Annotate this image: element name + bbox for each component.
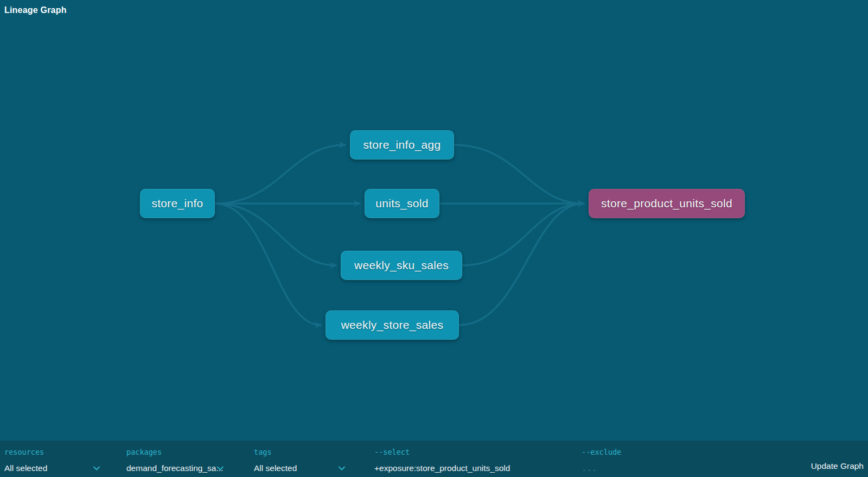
filter-select-label: --select bbox=[374, 448, 410, 456]
page-title: Lineage Graph bbox=[4, 5, 67, 15]
lineage-canvas[interactable]: Lineage Graph store_infostore_info_aggun… bbox=[0, 0, 868, 441]
graph-node-weekly_sku_sales[interactable]: weekly_sku_sales bbox=[341, 251, 462, 280]
node-label: weekly_store_sales bbox=[341, 319, 444, 332]
graph-node-weekly_store_sales[interactable]: weekly_store_sales bbox=[326, 310, 459, 340]
filter-exclude-label: --exclude bbox=[582, 448, 621, 456]
update-graph-button[interactable]: Update Graph bbox=[811, 461, 864, 471]
graph-node-units_sold[interactable]: units_sold bbox=[365, 189, 439, 218]
filter-exclude-input[interactable]: ... bbox=[582, 462, 701, 474]
filter-exclude-value: ... bbox=[582, 463, 597, 473]
node-label: store_info bbox=[151, 197, 203, 210]
lineage-edges bbox=[0, 0, 868, 441]
filter-resources-dropdown[interactable]: All selected bbox=[4, 462, 101, 474]
filter-packages-dropdown[interactable]: demand_forecasting_sa... bbox=[126, 462, 225, 474]
toolbar: resourcesAll selectedpackagesdemand_fore… bbox=[0, 441, 868, 477]
edge-store_info-to-weekly_sku_sales bbox=[215, 203, 336, 265]
filter-tags-dropdown[interactable]: All selected bbox=[254, 462, 346, 474]
filter-packages-value: demand_forecasting_sa... bbox=[126, 463, 223, 473]
lineage-graph-app: Lineage Graph store_infostore_info_aggun… bbox=[0, 0, 868, 477]
edge-store_info-to-store_info_agg bbox=[215, 145, 345, 203]
filter-resources-value: All selected bbox=[4, 463, 47, 473]
chevron-down-icon[interactable] bbox=[216, 464, 225, 473]
filter-select-value: +exposure:store_product_units_sold bbox=[374, 463, 510, 473]
filter-tags-value: All selected bbox=[254, 463, 297, 473]
graph-node-store_info_agg[interactable]: store_info_agg bbox=[350, 130, 454, 160]
filter-packages: packagesdemand_forecasting_sa... bbox=[126, 441, 225, 477]
filter-select-input[interactable]: +exposure:store_product_units_sold bbox=[374, 462, 559, 474]
filter-resources: resourcesAll selected bbox=[4, 441, 101, 477]
node-label: weekly_sku_sales bbox=[354, 259, 449, 272]
node-label: units_sold bbox=[375, 197, 429, 210]
graph-node-store_info[interactable]: store_info bbox=[140, 189, 215, 218]
filter-packages-label: packages bbox=[126, 448, 162, 456]
node-label: store_product_units_sold bbox=[601, 197, 732, 210]
node-label: store_info_agg bbox=[363, 138, 441, 151]
edge-store_info_agg-to-store_product_units_sold bbox=[454, 145, 584, 203]
chevron-down-icon[interactable] bbox=[92, 464, 101, 473]
filter-tags: tagsAll selected bbox=[254, 441, 346, 477]
edge-weekly_sku_sales-to-store_product_units_sold bbox=[462, 203, 584, 265]
graph-node-store_product_units_sold[interactable]: store_product_units_sold bbox=[589, 189, 745, 218]
filter-tags-label: tags bbox=[254, 448, 272, 456]
filter-exclude: --exclude... bbox=[582, 441, 701, 477]
filter-resources-label: resources bbox=[4, 448, 44, 456]
edge-store_info-to-weekly_store_sales bbox=[215, 203, 321, 325]
filter-select: --select+exposure:store_product_units_so… bbox=[374, 441, 559, 477]
chevron-down-icon[interactable] bbox=[337, 464, 346, 473]
